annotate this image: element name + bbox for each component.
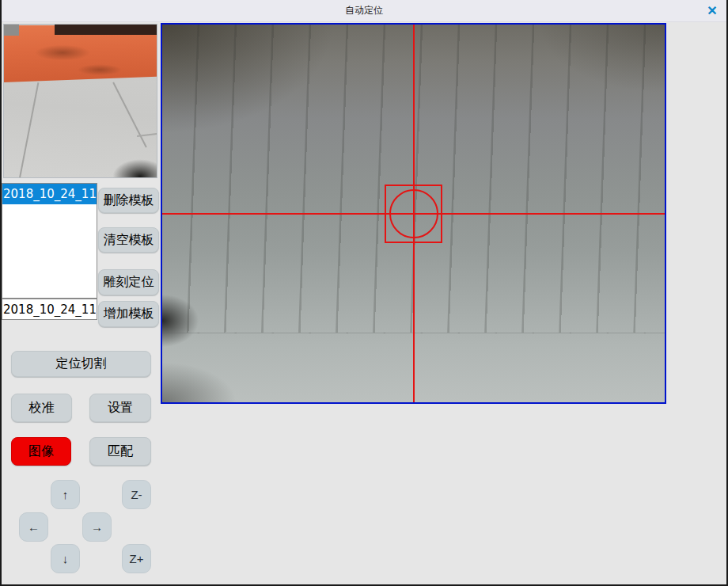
image-button[interactable]: 图像	[11, 437, 71, 466]
jog-z-minus-button[interactable]: Z-	[122, 480, 151, 509]
close-icon[interactable]: ✕	[703, 2, 722, 20]
preview-tile-line	[112, 82, 147, 148]
jog-right-button[interactable]: →	[82, 512, 112, 542]
preview-tile-line	[18, 82, 40, 178]
add-template-button[interactable]: 增加模板	[98, 301, 159, 327]
delete-template-button[interactable]: 删除模板	[98, 188, 159, 213]
preview-gray-block	[4, 25, 19, 36]
calibrate-button[interactable]: 校准	[11, 394, 72, 422]
camera-view[interactable]	[161, 23, 666, 404]
locate-cut-button[interactable]: 定位切割	[11, 351, 151, 377]
template-name-input[interactable]	[2, 299, 97, 320]
jog-down-button[interactable]: ↓	[51, 544, 80, 573]
template-preview-image	[3, 24, 157, 178]
dialog-title: 自动定位	[345, 4, 383, 17]
preview-dark-bar	[55, 25, 157, 35]
title-bar: 自动定位 ✕	[2, 0, 726, 22]
auto-locate-dialog: 自动定位 ✕ 2018_10_24_11 删除模板 清空模板 雕刻定位 增加模板…	[0, 0, 728, 586]
jog-z-plus-button[interactable]: Z+	[122, 544, 151, 573]
jog-left-button[interactable]: ←	[19, 512, 48, 542]
settings-button[interactable]: 设置	[89, 394, 151, 422]
engrave-locate-button[interactable]: 雕刻定位	[98, 269, 159, 295]
jog-up-button[interactable]: ↑	[51, 480, 80, 509]
preview-shadow-blob	[97, 150, 157, 178]
template-list[interactable]: 2018_10_24_11	[2, 183, 97, 299]
match-region-circle	[389, 189, 438, 238]
match-button[interactable]: 匹配	[89, 437, 151, 466]
template-list-item[interactable]: 2018_10_24_11	[2, 184, 97, 204]
clear-templates-button[interactable]: 清空模板	[98, 227, 159, 253]
